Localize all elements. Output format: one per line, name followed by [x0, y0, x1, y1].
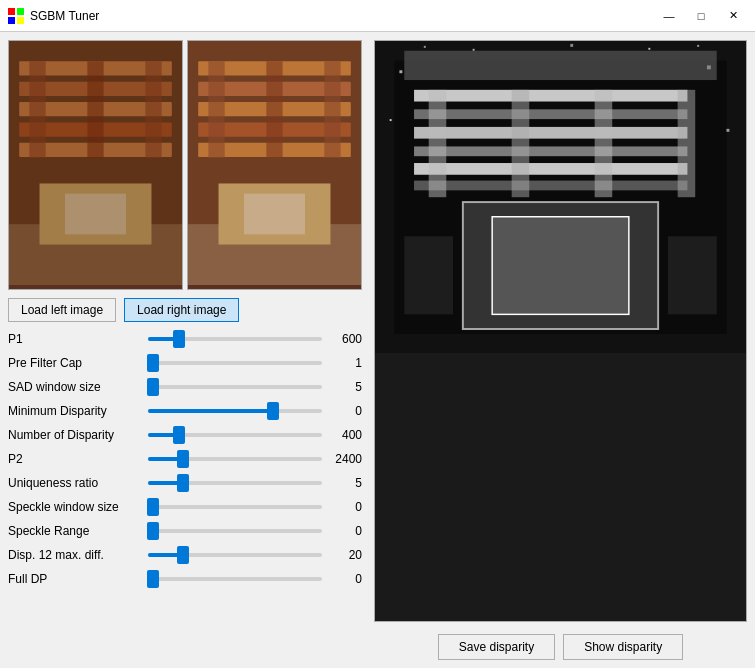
slider-track-7[interactable] [148, 505, 322, 509]
slider-row-pre-filter-cap: Pre Filter Cap1 [8, 352, 362, 374]
load-right-button[interactable]: Load right image [124, 298, 239, 322]
left-image-box [8, 40, 183, 290]
slider-row-p2: P22400 [8, 448, 362, 470]
slider-label-10: Full DP [8, 572, 148, 586]
svg-rect-51 [424, 46, 426, 48]
slider-row-sad-window-size: SAD window size5 [8, 376, 362, 398]
svg-rect-48 [726, 129, 729, 132]
slider-track-5[interactable] [148, 457, 322, 461]
svg-rect-46 [707, 65, 711, 69]
svg-rect-44 [492, 217, 629, 315]
slider-track-1[interactable] [148, 361, 322, 365]
svg-rect-34 [414, 109, 687, 119]
slider-thumb-8[interactable] [147, 522, 159, 540]
slider-value-3: 0 [322, 404, 362, 418]
slider-row-speckle-window-size: Speckle window size0 [8, 496, 362, 518]
svg-rect-42 [678, 90, 696, 197]
slider-track-0[interactable] [148, 337, 322, 341]
slider-track-3[interactable] [148, 409, 322, 413]
slider-label-3: Minimum Disparity [8, 404, 148, 418]
window-title: SGBM Tuner [30, 9, 99, 23]
slider-thumb-0[interactable] [173, 330, 185, 348]
slider-value-8: 0 [322, 524, 362, 538]
slider-value-4: 400 [322, 428, 362, 442]
slider-label-4: Number of Disparity [8, 428, 148, 442]
slider-track-2[interactable] [148, 385, 322, 389]
svg-rect-52 [473, 49, 475, 51]
slider-thumb-5[interactable] [177, 450, 189, 468]
slider-track-6[interactable] [148, 481, 322, 485]
right-image [188, 41, 361, 285]
slider-value-9: 20 [322, 548, 362, 562]
svg-rect-53 [570, 44, 573, 47]
left-image [9, 41, 182, 285]
slider-value-10: 0 [322, 572, 362, 586]
svg-rect-16 [9, 41, 182, 285]
slider-thumb-1[interactable] [147, 354, 159, 372]
slider-thumb-3[interactable] [267, 402, 279, 420]
slider-label-9: Disp. 12 max. diff. [8, 548, 148, 562]
slider-thumb-7[interactable] [147, 498, 159, 516]
slider-thumb-9[interactable] [177, 546, 189, 564]
slider-value-1: 1 [322, 356, 362, 370]
svg-rect-50 [668, 236, 717, 314]
svg-rect-35 [414, 127, 687, 139]
svg-rect-32 [404, 51, 716, 80]
close-button[interactable]: ✕ [719, 6, 747, 26]
right-panel: Save disparity Show disparity [370, 32, 755, 668]
disparity-image [375, 41, 746, 353]
slider-thumb-4[interactable] [173, 426, 185, 444]
svg-rect-41 [595, 90, 613, 197]
title-bar-left: SGBM Tuner [8, 8, 99, 24]
slider-row-number-of-disparity: Number of Disparity400 [8, 424, 362, 446]
maximize-button[interactable]: □ [687, 6, 715, 26]
minimize-button[interactable]: — [655, 6, 683, 26]
slider-label-6: Uniqueness ratio [8, 476, 148, 490]
slider-value-5: 2400 [322, 452, 362, 466]
slider-row-full-dp: Full DP0 [8, 568, 362, 590]
slider-value-7: 0 [322, 500, 362, 514]
slider-label-2: SAD window size [8, 380, 148, 394]
slider-label-1: Pre Filter Cap [8, 356, 148, 370]
svg-rect-49 [404, 236, 453, 314]
main-content: Load left image Load right image P1600Pr… [0, 32, 755, 668]
show-disparity-button[interactable]: Show disparity [563, 634, 683, 660]
action-buttons: Save disparity Show disparity [374, 634, 747, 660]
slider-value-0: 600 [322, 332, 362, 346]
slider-fill-3 [148, 409, 273, 413]
slider-row-minimum-disparity: Minimum Disparity0 [8, 400, 362, 422]
slider-label-7: Speckle window size [8, 500, 148, 514]
svg-rect-0 [8, 8, 15, 15]
slider-track-10[interactable] [148, 577, 322, 581]
sliders-section: P1600Pre Filter Cap1SAD window size5Mini… [8, 328, 362, 660]
slider-track-8[interactable] [148, 529, 322, 533]
slider-track-4[interactable] [148, 433, 322, 437]
top-images [8, 40, 362, 290]
load-left-button[interactable]: Load left image [8, 298, 116, 322]
app-icon [8, 8, 24, 24]
save-disparity-button[interactable]: Save disparity [438, 634, 555, 660]
load-buttons: Load left image Load right image [8, 298, 362, 322]
svg-rect-47 [390, 119, 392, 121]
title-bar: SGBM Tuner — □ ✕ [0, 0, 755, 32]
slider-row-disp.-12-max.-diff.: Disp. 12 max. diff.20 [8, 544, 362, 566]
svg-rect-1 [17, 8, 24, 15]
slider-row-p1: P1600 [8, 328, 362, 350]
left-panel: Load left image Load right image P1600Pr… [0, 32, 370, 668]
slider-row-speckle-range: Speckle Range0 [8, 520, 362, 542]
slider-thumb-6[interactable] [177, 474, 189, 492]
slider-track-9[interactable] [148, 553, 322, 557]
slider-label-0: P1 [8, 332, 148, 346]
slider-row-uniqueness-ratio: Uniqueness ratio5 [8, 472, 362, 494]
svg-rect-3 [17, 17, 24, 24]
slider-thumb-10[interactable] [147, 570, 159, 588]
svg-rect-45 [399, 70, 402, 73]
svg-rect-33 [414, 90, 687, 102]
slider-thumb-2[interactable] [147, 378, 159, 396]
svg-rect-36 [414, 146, 687, 156]
slider-value-2: 5 [322, 380, 362, 394]
slider-label-5: P2 [8, 452, 148, 466]
svg-rect-29 [188, 41, 361, 285]
svg-rect-38 [414, 181, 687, 191]
right-image-box [187, 40, 362, 290]
